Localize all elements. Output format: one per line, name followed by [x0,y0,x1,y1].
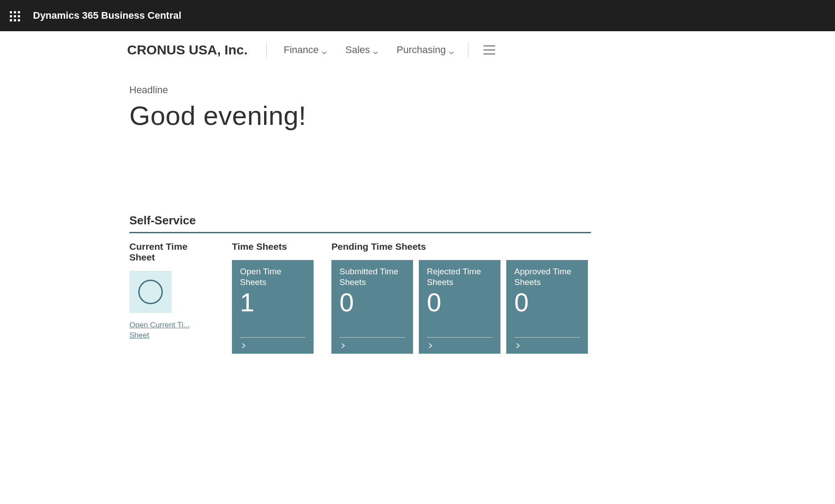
tile-rule [427,337,492,338]
group-pending-time-sheets: Pending Time Sheets Submitted Time Sheet… [331,241,588,354]
nav-item-label: Purchasing [397,44,446,56]
chevron-right-icon [240,342,247,349]
current-time-sheet-tile[interactable] [129,271,172,313]
tile-label: Open Time Sheets [240,266,306,288]
page-content: CRONUS USA, Inc. Finance Sales Purchasin… [0,31,835,354]
tile-value: 0 [427,289,492,315]
tile-rejected-time-sheets[interactable]: Rejected Time Sheets 0 [419,260,500,354]
chevron-right-icon [339,342,347,349]
top-app-bar: Dynamics 365 Business Central [0,0,835,31]
group-time-sheets: Time Sheets Open Time Sheets 1 [232,241,314,354]
group-current-time-sheet: Current Time Sheet Open Current Ti... Sh… [129,241,214,354]
tile-open-time-sheets[interactable]: Open Time Sheets 1 [232,260,314,354]
chevron-down-icon [372,47,379,53]
open-current-timesheet-link[interactable]: Open Current Ti... Sheet [129,320,192,341]
tile-rule [514,337,580,338]
company-nav-row: CRONUS USA, Inc. Finance Sales Purchasin… [0,42,835,58]
nav-item-sales[interactable]: Sales [336,42,388,58]
headline-label: Headline [129,84,835,96]
tiles-row: Open Time Sheets 1 [232,260,314,354]
separator [468,42,468,58]
section-title: Self-Service [129,214,835,232]
chevron-right-icon [427,342,434,349]
chevron-down-icon [448,47,455,53]
tile-label: Rejected Time Sheets [427,266,492,288]
section-divider [129,232,591,233]
tile-label: Submitted Time Sheets [339,266,405,288]
chevron-down-icon [321,47,327,53]
group-title: Pending Time Sheets [331,241,588,252]
circle-icon [138,280,163,304]
self-service-groups: Current Time Sheet Open Current Ti... Sh… [129,241,591,354]
tile-rule [240,337,306,338]
app-launcher-icon[interactable] [9,10,20,21]
tiles-row: Submitted Time Sheets 0 Rejected Time Sh… [331,260,588,354]
nav-item-finance[interactable]: Finance [275,42,336,58]
nav-item-label: Sales [345,44,370,56]
tile-label: Approved Time Sheets [514,266,580,288]
app-title: Dynamics 365 Business Central [33,10,182,21]
group-title: Time Sheets [232,241,314,252]
company-name[interactable]: CRONUS USA, Inc. [127,42,248,58]
more-menu-icon[interactable] [484,45,495,54]
separator [266,42,267,58]
tile-rule [339,337,405,338]
tile-value: 1 [240,289,306,315]
nav-item-purchasing[interactable]: Purchasing [388,42,463,58]
tile-approved-time-sheets[interactable]: Approved Time Sheets 0 [506,260,588,354]
tile-value: 0 [339,289,405,315]
chevron-right-icon [514,342,521,349]
link-line2: Sheet [129,331,149,339]
tile-value: 0 [514,289,580,315]
tile-submitted-time-sheets[interactable]: Submitted Time Sheets 0 [331,260,413,354]
group-title: Current Time Sheet [129,241,214,263]
headline-greeting: Good evening! [129,100,835,131]
link-line1: Open Current Ti... [129,321,190,329]
self-service-section: Self-Service Current Time Sheet Open Cur… [0,131,835,354]
headline-section: Headline Good evening! [0,58,835,131]
nav-item-label: Finance [284,44,318,56]
